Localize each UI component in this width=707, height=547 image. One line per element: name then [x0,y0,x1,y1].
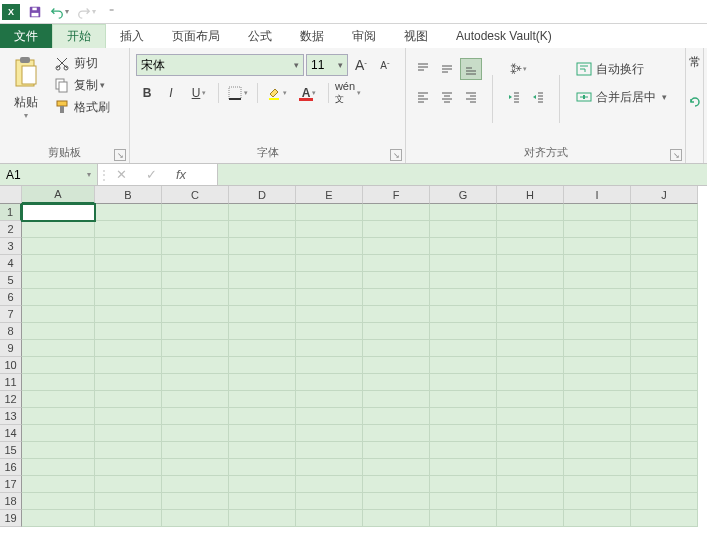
cell[interactable] [564,510,631,527]
cell[interactable] [296,459,363,476]
tab-view[interactable]: 视图 [390,24,442,48]
cancel-formula-button[interactable]: ✕ [106,167,136,182]
cell[interactable] [430,272,497,289]
cell[interactable] [631,238,698,255]
cell[interactable] [22,204,95,221]
cell[interactable] [631,323,698,340]
cell[interactable] [497,391,564,408]
cell[interactable] [22,442,95,459]
cell[interactable] [229,493,296,510]
cell[interactable] [430,391,497,408]
phonetic-guide-button[interactable]: wén文▾ [333,82,363,104]
wrap-text-button[interactable]: 自动换行 [570,58,673,80]
cell[interactable] [430,408,497,425]
cell[interactable] [430,323,497,340]
cell[interactable] [296,289,363,306]
cell[interactable] [564,493,631,510]
cell[interactable] [95,391,162,408]
copy-button[interactable]: 复制▾ [50,74,114,96]
row-header[interactable]: 4 [0,255,22,272]
cell[interactable] [162,289,229,306]
cell[interactable] [95,221,162,238]
cell[interactable] [296,221,363,238]
row-header[interactable]: 11 [0,374,22,391]
cell[interactable] [430,442,497,459]
cell[interactable] [631,425,698,442]
cell[interactable] [296,510,363,527]
cell[interactable] [229,408,296,425]
row-header[interactable]: 17 [0,476,22,493]
column-header[interactable]: D [229,186,296,204]
cell[interactable] [22,425,95,442]
cell[interactable] [296,391,363,408]
cell[interactable] [497,408,564,425]
cell[interactable] [162,306,229,323]
qat-customize[interactable]: ⁼ [100,1,122,23]
cell[interactable] [631,204,698,221]
cell[interactable] [564,374,631,391]
tab-formulas[interactable]: 公式 [234,24,286,48]
cell[interactable] [229,238,296,255]
cell[interactable] [497,493,564,510]
cell[interactable] [430,255,497,272]
cell[interactable] [229,204,296,221]
cell[interactable] [497,255,564,272]
cell[interactable] [363,340,430,357]
row-header[interactable]: 2 [0,221,22,238]
cell[interactable] [22,306,95,323]
cell[interactable] [430,425,497,442]
cell[interactable] [162,374,229,391]
cell[interactable] [497,306,564,323]
cell[interactable] [296,425,363,442]
align-top-button[interactable] [412,58,434,80]
cell[interactable] [430,306,497,323]
cell[interactable] [363,238,430,255]
font-name-combo[interactable]: 宋体▾ [136,54,304,76]
align-center-button[interactable] [436,86,458,108]
align-left-button[interactable] [412,86,434,108]
cell[interactable] [229,340,296,357]
cell[interactable] [497,442,564,459]
cell[interactable] [162,442,229,459]
row-header[interactable]: 15 [0,442,22,459]
cell[interactable] [430,357,497,374]
cell[interactable] [296,493,363,510]
cell[interactable] [162,493,229,510]
align-right-button[interactable] [460,86,482,108]
cell[interactable] [229,476,296,493]
cell[interactable] [229,323,296,340]
cell[interactable] [564,272,631,289]
cell[interactable] [22,340,95,357]
cell[interactable] [631,255,698,272]
cell[interactable] [95,476,162,493]
cell[interactable] [363,374,430,391]
cell[interactable] [296,306,363,323]
cell[interactable] [22,272,95,289]
alignment-launcher[interactable]: ↘ [670,149,682,161]
select-all-corner[interactable] [0,186,22,204]
name-box[interactable]: A1▾ [0,164,98,185]
fill-color-button[interactable]: ▾ [262,82,292,104]
cell[interactable] [363,493,430,510]
cell[interactable] [631,340,698,357]
borders-button[interactable]: ▾ [223,82,253,104]
row-header[interactable]: 12 [0,391,22,408]
cell[interactable] [229,306,296,323]
cell[interactable] [430,374,497,391]
cell[interactable] [631,442,698,459]
row-header[interactable]: 3 [0,238,22,255]
save-button[interactable] [24,1,46,23]
cell[interactable] [497,459,564,476]
cell[interactable] [430,221,497,238]
font-size-combo[interactable]: 11▾ [306,54,348,76]
cell[interactable] [363,289,430,306]
cell[interactable] [296,476,363,493]
cell[interactable] [95,272,162,289]
row-header[interactable]: 9 [0,340,22,357]
tab-file[interactable]: 文件 [0,24,52,48]
row-header[interactable]: 6 [0,289,22,306]
cell[interactable] [22,374,95,391]
cell[interactable] [497,510,564,527]
cell[interactable] [564,306,631,323]
cell[interactable] [497,238,564,255]
